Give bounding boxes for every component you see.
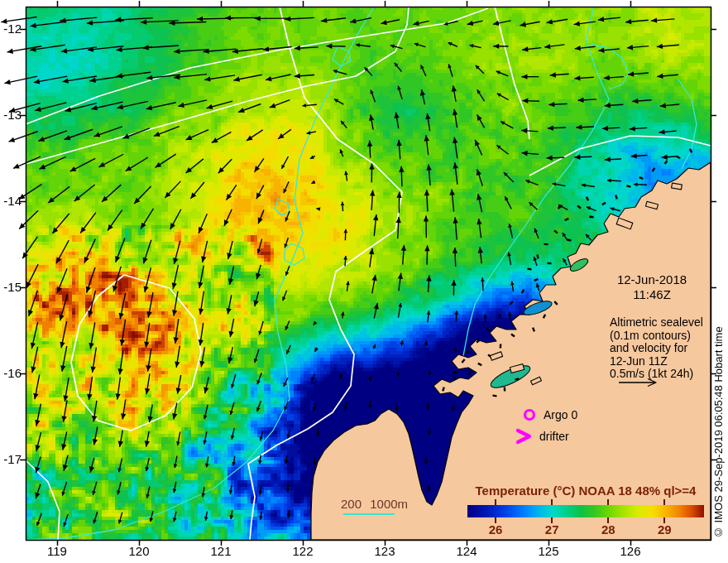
map-time: 11:46Z	[606, 287, 697, 302]
x-tick-label: 125	[524, 545, 573, 558]
altimetric-note: Altimetric sealevel(0.1m contours)and ve…	[610, 316, 717, 381]
temperature-colorbar	[467, 505, 704, 517]
x-tick-label: 123	[360, 545, 410, 558]
colorbar-tick-label: 26	[477, 522, 514, 537]
altimetric-note-line: 12-Jun 11Z	[610, 355, 717, 368]
map-date: 12-Jun-2018	[606, 272, 697, 287]
x-tick-label: 126	[606, 545, 655, 558]
colorbar-tick-label: 27	[534, 522, 570, 537]
x-tick-label: 120	[114, 545, 164, 558]
colorbar-tick-label: 29	[646, 522, 682, 537]
y-tick-label: -12	[0, 22, 22, 36]
colorbar-tick-label: 28	[590, 522, 626, 537]
altimetric-note-line: 0.5m/s (1kt 24h)	[610, 368, 717, 381]
bathymetry-legend-label: 200 1000m	[341, 497, 408, 511]
drifter-label: drifter	[539, 430, 569, 443]
colorbar-title: Temperature (°C) NOAA 18 48% ql>=4	[467, 484, 704, 498]
copyright-text: © IMOS 29-Sep-2019 06:05:48 Hobart time	[711, 311, 727, 553]
x-tick-label: 119	[32, 545, 82, 558]
altimetric-note-line: and velocity for	[610, 342, 717, 355]
colorbar-tick	[551, 499, 553, 505]
x-tick-label: 122	[278, 545, 328, 558]
y-tick-label: -16	[0, 367, 22, 380]
y-tick-label: -15	[0, 281, 22, 294]
y-tick-label: -13	[0, 108, 22, 122]
x-tick-label: 124	[442, 545, 491, 558]
timestamp-annotation: 12-Jun-2018 11:46Z	[606, 272, 697, 302]
argo-float-label: Argo 0	[544, 408, 577, 421]
x-tick-label: 121	[196, 545, 246, 558]
colorbar-tick	[663, 499, 665, 505]
altimetric-note-line: (0.1m contours)	[610, 330, 717, 343]
colorbar-tick	[607, 499, 609, 505]
altimetric-note-line: Altimetric sealevel	[610, 316, 717, 330]
sst-map-figure: { "figure": { "date_line1": "12-Jun-2018…	[0, 0, 728, 563]
y-tick-label: -14	[0, 195, 22, 208]
y-tick-label: -17	[0, 453, 22, 466]
colorbar-tick	[495, 499, 496, 505]
